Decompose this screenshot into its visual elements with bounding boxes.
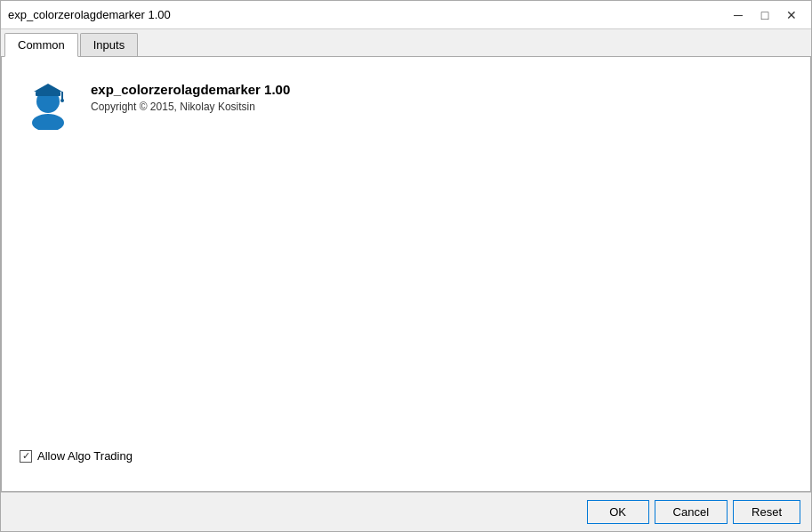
algo-trading-checkbox[interactable]: ✓ <box>20 450 32 463</box>
reset-button[interactable]: Reset <box>733 500 800 524</box>
minimize-button[interactable]: ─ <box>726 5 751 25</box>
svg-point-0 <box>32 114 64 130</box>
indicator-avatar-icon <box>21 77 75 130</box>
svg-marker-3 <box>34 84 62 92</box>
indicator-copyright: Copyright © 2015, Nikolay Kositsin <box>91 101 290 113</box>
window-controls: ─ □ ✕ <box>726 5 804 25</box>
indicator-icon <box>20 75 76 132</box>
ok-button[interactable]: OK <box>587 500 649 524</box>
svg-rect-2 <box>36 92 60 96</box>
indicator-info: exp_colorzerolagdemarker 1.00 Copyright … <box>91 75 290 113</box>
tab-bar: Common Inputs <box>1 29 811 57</box>
dialog-window: exp_colorzerolagdemarker 1.00 ─ □ ✕ Comm… <box>0 0 812 532</box>
content-area: exp_colorzerolagdemarker 1.00 Copyright … <box>1 57 811 492</box>
tab-common[interactable]: Common <box>4 33 78 57</box>
footer: OK Cancel Reset <box>1 492 811 531</box>
indicator-name: exp_colorzerolagdemarker 1.00 <box>91 82 290 97</box>
algo-trading-label: Allow Algo Trading <box>37 449 133 463</box>
algo-trading-section: ✓ Allow Algo Trading <box>20 449 792 463</box>
svg-point-5 <box>60 99 64 102</box>
window-title: exp_colorzerolagdemarker 1.00 <box>8 8 171 21</box>
close-button[interactable]: ✕ <box>779 5 804 25</box>
content-spacer <box>20 149 792 449</box>
title-bar: exp_colorzerolagdemarker 1.00 ─ □ ✕ <box>1 1 811 29</box>
cancel-button[interactable]: Cancel <box>655 500 728 524</box>
indicator-header: exp_colorzerolagdemarker 1.00 Copyright … <box>20 75 792 132</box>
tab-inputs[interactable]: Inputs <box>80 33 138 56</box>
checkbox-check-icon: ✓ <box>22 451 30 461</box>
maximize-button[interactable]: □ <box>752 5 777 25</box>
